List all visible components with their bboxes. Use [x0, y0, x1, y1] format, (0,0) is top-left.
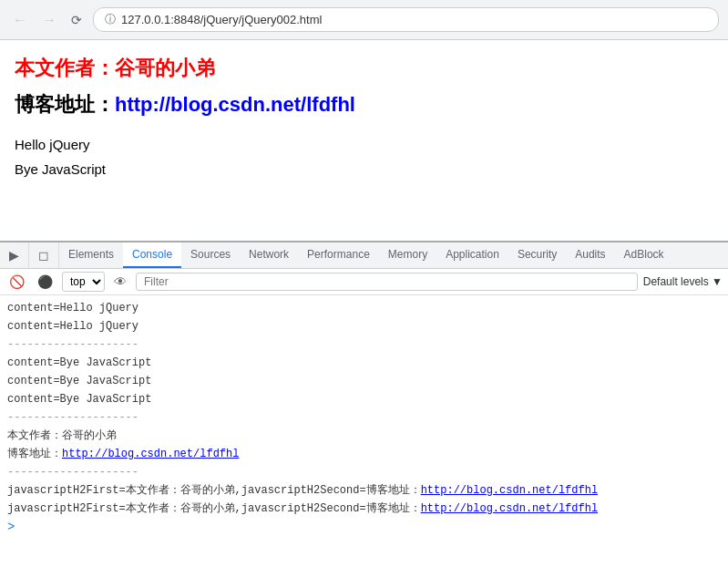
console-output: content=Hello jQuery content=Hello jQuer… — [0, 295, 728, 540]
console-line-with-link2: javascriptH2First=本文作者：谷哥的小弟,javascriptH… — [0, 481, 728, 500]
tab-console[interactable]: Console — [123, 242, 181, 268]
console-line: 本文作者：谷哥的小弟 — [0, 427, 728, 445]
devtools-tabs: ▶ ◻ Elements Console Sources Network Per… — [0, 242, 728, 269]
blog-link[interactable]: http://blog.csdn.net/lfdfhl — [115, 93, 355, 116]
tab-network[interactable]: Network — [240, 242, 298, 268]
author-title: 本文作者：谷哥的小弟 — [15, 55, 713, 82]
default-levels-button[interactable]: Default levels ▼ — [643, 275, 723, 288]
bye-js: Bye JavaScript — [15, 161, 713, 177]
console-line-separator: -------------------- — [0, 463, 728, 481]
prompt-symbol: > — [7, 520, 15, 534]
block-button[interactable]: ⚫ — [34, 273, 56, 291]
devtools-toolbar: 🚫 ⚫ top 👁 Default levels ▼ — [0, 269, 728, 295]
tab-memory[interactable]: Memory — [379, 242, 436, 268]
console-link2[interactable]: http://blog.csdn.net/lfdfhl — [421, 484, 598, 497]
console-line: content=Bye JavaScript — [0, 390, 728, 408]
tab-elements[interactable]: Elements — [59, 242, 123, 268]
console-line: content=Hello jQuery — [0, 317, 728, 335]
console-link3[interactable]: http://blog.csdn.net/lfdfhl — [421, 502, 598, 515]
console-line-separator: -------------------- — [0, 335, 728, 354]
page-content: 本文作者：谷哥的小弟 博客地址：http://blog.csdn.net/lfd… — [0, 40, 728, 241]
tab-security[interactable]: Security — [508, 242, 566, 268]
tab-adblock[interactable]: AdBlock — [615, 242, 673, 268]
blog-url-line: 博客地址：http://blog.csdn.net/lfdfhl — [15, 91, 713, 119]
console-line-with-link: 博客地址：http://blog.csdn.net/lfdfhl — [0, 445, 728, 463]
console-line-with-link3: javascriptH2First=本文作者：谷哥的小弟,javascriptH… — [0, 500, 728, 518]
tab-application[interactable]: Application — [436, 242, 508, 268]
console-line: content=Bye JavaScript — [0, 372, 728, 390]
context-select[interactable]: top — [62, 272, 105, 292]
console-line-separator: -------------------- — [0, 408, 728, 427]
devtools-icon-cursor[interactable]: ▶ — [0, 242, 29, 268]
console-line: content=Hello jQuery — [0, 299, 728, 317]
blog-label: 博客地址： — [15, 93, 115, 116]
hello-jquery: Hello jQuery — [15, 137, 713, 152]
devtools-icon-copy[interactable]: ◻ — [29, 242, 59, 268]
browser-chrome: ← → ⟳ ⓘ 127.0.0.1:8848/jQuery/jQuery002.… — [0, 0, 728, 40]
console-link[interactable]: http://blog.csdn.net/lfdfhl — [62, 448, 239, 460]
devtools-panel: ▶ ◻ Elements Console Sources Network Per… — [0, 241, 728, 540]
console-prompt[interactable]: > — [0, 518, 728, 536]
forward-button[interactable]: → — [38, 10, 60, 30]
tab-performance[interactable]: Performance — [298, 242, 379, 268]
lock-icon: ⓘ — [105, 12, 116, 27]
eye-button[interactable]: 👁 — [110, 273, 130, 291]
back-button[interactable]: ← — [9, 10, 31, 30]
console-line: content=Bye JavaScript — [0, 354, 728, 372]
tab-sources[interactable]: Sources — [181, 242, 240, 268]
clear-console-button[interactable]: 🚫 — [5, 273, 28, 291]
refresh-button[interactable]: ⟳ — [67, 11, 86, 29]
url-text: 127.0.0.1:8848/jQuery/jQuery002.html — [121, 13, 322, 26]
address-bar[interactable]: ⓘ 127.0.0.1:8848/jQuery/jQuery002.html — [93, 7, 719, 32]
filter-input[interactable] — [136, 273, 638, 291]
tab-audits[interactable]: Audits — [566, 242, 614, 268]
